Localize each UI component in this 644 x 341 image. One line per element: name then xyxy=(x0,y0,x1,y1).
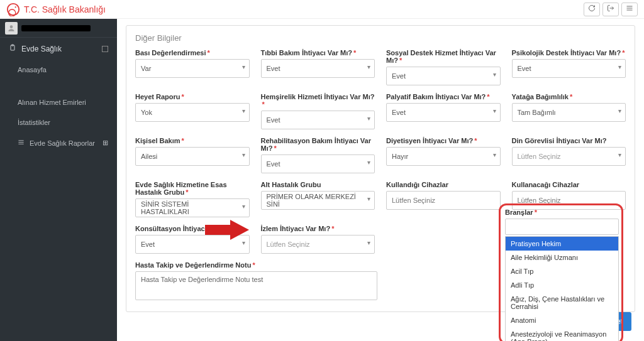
label-esas: Evde Sağlık Hizmetine Esas Hastalık Grub… xyxy=(135,181,250,196)
clipboard-icon xyxy=(9,44,16,53)
label-basi: Bası Değerlendirmesi* xyxy=(135,49,250,57)
field-basi: Bası Değerlendirmesi* Var xyxy=(135,49,250,85)
field-palyatif: Palyatif Bakım İhtiyacı Var Mı?* Evet xyxy=(386,93,501,129)
select-izlem[interactable]: Lütfen Seçiniz xyxy=(261,235,375,254)
label-izlem: İzlem İhtiyacı Var Mı?* xyxy=(261,225,375,232)
topbar: T.C. Sağlık Bakanlığı xyxy=(0,0,644,19)
ministry-logo-icon xyxy=(6,3,20,16)
sidebar-item-label: Evde Sağlık Raporlar xyxy=(30,139,95,147)
label-hemsire: Hemşirelik Hizmeti İhtiyacı Var Mı?* xyxy=(261,93,375,108)
field-tibbi: Tıbbi Bakım İhtiyacı Var Mı?* Evet xyxy=(261,49,375,85)
label-psiko: Psikolojik Destek İhtiyacı Var Mı?* xyxy=(512,49,626,57)
label-kisisel: Kişisel Bakım* xyxy=(135,137,250,144)
callout-outline xyxy=(499,203,623,341)
sidebar: Evde Sağlık Anasayfa Alınan Hizmet Emirl… xyxy=(0,19,117,341)
list-icon xyxy=(18,139,25,147)
menu-button[interactable] xyxy=(621,3,638,16)
field-kullandigi: Kullandığı Cihazlar xyxy=(386,181,501,217)
field-not: Hasta Takip ve Değerlendirme Notu* Hasta… xyxy=(135,261,375,300)
sidebar-item-evde-saglik[interactable]: Evde Sağlık xyxy=(0,38,117,60)
label-din: Din Görevlisi İhtiyacı Var Mı? xyxy=(512,137,626,144)
field-yatak: Yatağa Bağımlılık* Tam Bağımlı xyxy=(512,93,626,129)
content-area: Diğer Bilgiler Bası Değerlendirmesi* Var… xyxy=(117,19,644,341)
label-kullandigi: Kullandığı Cihazlar xyxy=(386,181,501,188)
field-alt: Alt Hastalık Grubu PRİMER OLARAK MERKEZİ… xyxy=(261,181,375,217)
field-branslar-placeholder xyxy=(386,225,501,254)
select-esas[interactable]: SİNİR SİSTEMİ HASTALIKLARI xyxy=(135,198,250,217)
svg-point-5 xyxy=(10,25,13,28)
field-hemsire: Hemşirelik Hizmeti İhtiyacı Var Mı?* Eve… xyxy=(261,93,375,129)
select-basi[interactable]: Var xyxy=(135,59,250,78)
textarea-not[interactable]: Hasta Takip ve Değerlendirme Notu test xyxy=(135,271,377,300)
user-box xyxy=(0,19,117,38)
collapse-icon xyxy=(102,46,108,52)
field-branslar: Branşlar* Pratisyen Hekim Aile Hekimliği… xyxy=(505,208,619,341)
signout-icon xyxy=(607,4,614,14)
field-rehab: Rehabilitasyon Bakım İhtiyacı Var Mı?* E… xyxy=(261,137,375,173)
field-sosyal: Sosyal Destek Hizmet İhtiyacı Var Mı?* E… xyxy=(386,49,501,85)
avatar xyxy=(5,22,18,35)
callout-arrow-icon xyxy=(205,220,249,242)
select-hemsire[interactable]: Evet xyxy=(261,111,375,129)
input-kullandigi[interactable] xyxy=(386,191,501,210)
topbar-actions xyxy=(584,3,638,16)
sidebar-item-label: İstatistikler xyxy=(18,119,50,126)
svg-marker-11 xyxy=(205,220,249,240)
logo: T.C. Sağlık Bakanlığı xyxy=(6,3,106,16)
select-yatak[interactable]: Tam Bağımlı xyxy=(512,103,626,122)
select-rehab[interactable]: Evet xyxy=(261,154,375,173)
sidebar-item-anasayfa[interactable]: Anasayfa xyxy=(0,60,117,80)
hamburger-icon xyxy=(626,4,633,14)
select-tibbi[interactable]: Evet xyxy=(261,59,375,78)
select-heyet[interactable]: Yok xyxy=(135,103,250,122)
select-alt[interactable]: PRİMER OLARAK MERKEZİ SİNİ xyxy=(261,191,375,210)
select-sosyal[interactable]: Evet xyxy=(386,67,501,85)
panel-title: Diğer Bilgiler xyxy=(135,33,626,43)
label-not: Hasta Takip ve Değerlendirme Notu* xyxy=(135,261,375,269)
sidebar-item-label: Evde Sağlık xyxy=(21,45,62,53)
label-sosyal: Sosyal Destek Hizmet İhtiyacı Var Mı?* xyxy=(386,49,501,64)
label-tibbi: Tıbbi Bakım İhtiyacı Var Mı?* xyxy=(261,49,375,57)
sidebar-item-raporlar[interactable]: Evde Sağlık Raporlar ⊞ xyxy=(0,133,117,153)
brand-text: T.C. Sağlık Bakanlığı xyxy=(24,4,106,14)
label-yatak: Yatağa Bağımlılık* xyxy=(512,93,626,100)
label-heyet: Heyet Raporu* xyxy=(135,93,250,100)
expand-icon: ⊞ xyxy=(103,139,108,147)
label-rehab: Rehabilitasyon Bakım İhtiyacı Var Mı?* xyxy=(261,137,375,152)
label-diyet: Diyetisyen İhtiyacı Var Mı?* xyxy=(386,137,501,144)
field-izlem: İzlem İhtiyacı Var Mı?* Lütfen Seçiniz xyxy=(261,225,375,254)
field-diyet: Diyetisyen İhtiyacı Var Mı?* Hayır xyxy=(386,137,501,173)
sidebar-item-label: Anasayfa xyxy=(18,66,47,73)
field-din: Din Görevlisi İhtiyacı Var Mı? Lütfen Se… xyxy=(512,137,626,173)
field-kisisel: Kişisel Bakım* Ailesi xyxy=(135,137,250,173)
select-kisisel[interactable]: Ailesi xyxy=(135,147,250,166)
signout-button[interactable] xyxy=(602,3,619,16)
label-alt: Alt Hastalık Grubu xyxy=(261,181,375,188)
select-palyatif[interactable]: Evet xyxy=(386,103,501,122)
user-name-redacted xyxy=(21,25,91,31)
sidebar-item-alinan-hizmet[interactable]: Alınan Hizmet Emirleri xyxy=(0,92,117,112)
sidebar-item-istatistikler[interactable]: İstatistikler xyxy=(0,112,117,133)
label-kullanacagi: Kullanacağı Cihazlar xyxy=(512,181,626,188)
sidebar-item-label: Alınan Hizmet Emirleri xyxy=(18,99,86,106)
svg-point-1 xyxy=(15,6,16,8)
label-palyatif: Palyatif Bakım İhtiyacı Var Mı?* xyxy=(386,93,501,100)
field-psiko: Psikolojik Destek İhtiyacı Var Mı?* Evet xyxy=(512,49,626,85)
refresh-icon xyxy=(588,4,596,14)
select-diyet[interactable]: Hayır xyxy=(386,147,501,166)
select-din[interactable]: Lütfen Seçiniz xyxy=(512,147,626,166)
refresh-button[interactable] xyxy=(584,3,600,16)
field-heyet: Heyet Raporu* Yok xyxy=(135,93,250,129)
select-psiko[interactable]: Evet xyxy=(512,59,626,78)
field-esas: Evde Sağlık Hizmetine Esas Hastalık Grub… xyxy=(135,181,250,217)
